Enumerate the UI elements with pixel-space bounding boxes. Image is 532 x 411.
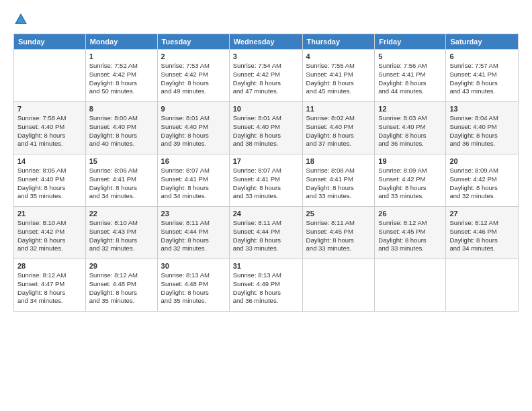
day-number: 8 — [89, 105, 154, 113]
day-number: 18 — [306, 157, 371, 165]
calendar-cell: 31Sunrise: 8:13 AM Sunset: 4:49 PM Dayli… — [229, 259, 302, 312]
day-info: Sunrise: 8:13 AM Sunset: 4:49 PM Dayligh… — [233, 271, 299, 306]
day-number: 29 — [89, 262, 154, 270]
day-info: Sunrise: 8:10 AM Sunset: 4:43 PM Dayligh… — [89, 219, 154, 253]
calendar-cell: 24Sunrise: 8:11 AM Sunset: 4:44 PM Dayli… — [229, 207, 302, 259]
calendar-cell: 17Sunrise: 8:07 AM Sunset: 4:41 PM Dayli… — [229, 154, 302, 207]
calendar-table: SundayMondayTuesdayWednesdayThursdayFrid… — [13, 34, 519, 312]
day-number: 1 — [89, 52, 154, 60]
day-info: Sunrise: 8:07 AM Sunset: 4:41 PM Dayligh… — [161, 167, 226, 201]
day-number: 24 — [233, 210, 299, 218]
day-number: 31 — [233, 262, 299, 270]
day-number: 23 — [161, 210, 226, 218]
calendar-cell: 15Sunrise: 8:06 AM Sunset: 4:41 PM Dayli… — [85, 154, 157, 207]
day-info: Sunrise: 8:07 AM Sunset: 4:41 PM Dayligh… — [233, 167, 299, 201]
day-info: Sunrise: 8:01 AM Sunset: 4:40 PM Dayligh… — [161, 114, 226, 148]
day-number: 20 — [449, 157, 515, 165]
calendar-cell — [302, 259, 375, 312]
calendar-cell: 18Sunrise: 8:08 AM Sunset: 4:41 PM Dayli… — [302, 154, 375, 207]
calendar-week-row: 1Sunrise: 7:52 AM Sunset: 4:42 PM Daylig… — [14, 50, 519, 102]
day-number: 2 — [161, 52, 226, 60]
day-info: Sunrise: 8:09 AM Sunset: 4:42 PM Dayligh… — [449, 167, 515, 201]
day-info: Sunrise: 7:53 AM Sunset: 4:42 PM Dayligh… — [161, 62, 226, 96]
calendar-cell: 28Sunrise: 8:12 AM Sunset: 4:47 PM Dayli… — [14, 259, 86, 312]
day-number: 4 — [306, 52, 371, 60]
day-info: Sunrise: 8:01 AM Sunset: 4:40 PM Dayligh… — [233, 114, 299, 148]
day-number: 12 — [378, 105, 442, 113]
calendar-cell — [375, 259, 446, 312]
calendar-cell: 10Sunrise: 8:01 AM Sunset: 4:40 PM Dayli… — [229, 102, 302, 154]
day-info: Sunrise: 8:10 AM Sunset: 4:42 PM Dayligh… — [17, 219, 82, 253]
day-number: 25 — [306, 210, 371, 218]
logo-icon — [13, 12, 28, 27]
day-number: 27 — [449, 210, 515, 218]
day-info: Sunrise: 7:57 AM Sunset: 4:41 PM Dayligh… — [449, 62, 515, 96]
calendar-header-saturday: Saturday — [446, 34, 519, 50]
day-info: Sunrise: 8:11 AM Sunset: 4:44 PM Dayligh… — [233, 219, 299, 253]
day-number: 3 — [233, 52, 299, 60]
calendar-header-tuesday: Tuesday — [157, 34, 229, 50]
day-info: Sunrise: 8:12 AM Sunset: 4:46 PM Dayligh… — [449, 219, 515, 253]
day-info: Sunrise: 8:13 AM Sunset: 4:48 PM Dayligh… — [161, 271, 226, 306]
day-info: Sunrise: 7:56 AM Sunset: 4:41 PM Dayligh… — [378, 62, 442, 96]
calendar-cell: 19Sunrise: 8:09 AM Sunset: 4:42 PM Dayli… — [375, 154, 446, 207]
calendar-week-row: 7Sunrise: 7:58 AM Sunset: 4:40 PM Daylig… — [14, 102, 519, 154]
calendar-cell: 2Sunrise: 7:53 AM Sunset: 4:42 PM Daylig… — [157, 50, 229, 102]
day-info: Sunrise: 8:09 AM Sunset: 4:42 PM Dayligh… — [378, 167, 442, 201]
day-number: 5 — [378, 52, 442, 60]
calendar-cell: 3Sunrise: 7:54 AM Sunset: 4:42 PM Daylig… — [229, 50, 302, 102]
calendar-cell: 6Sunrise: 7:57 AM Sunset: 4:41 PM Daylig… — [446, 50, 519, 102]
day-number: 15 — [89, 157, 154, 165]
day-number: 19 — [378, 157, 442, 165]
calendar-week-row: 21Sunrise: 8:10 AM Sunset: 4:42 PM Dayli… — [14, 207, 519, 259]
day-info: Sunrise: 8:12 AM Sunset: 4:48 PM Dayligh… — [89, 271, 154, 306]
day-number: 21 — [17, 210, 82, 218]
day-info: Sunrise: 8:05 AM Sunset: 4:40 PM Dayligh… — [17, 167, 82, 201]
calendar-cell: 27Sunrise: 8:12 AM Sunset: 4:46 PM Dayli… — [446, 207, 519, 259]
day-number: 22 — [89, 210, 154, 218]
day-number: 9 — [161, 105, 226, 113]
calendar-cell: 13Sunrise: 8:04 AM Sunset: 4:40 PM Dayli… — [446, 102, 519, 154]
calendar-cell — [446, 259, 519, 312]
day-number: 7 — [17, 105, 82, 113]
day-info: Sunrise: 8:00 AM Sunset: 4:40 PM Dayligh… — [89, 114, 154, 148]
day-info: Sunrise: 7:58 AM Sunset: 4:40 PM Dayligh… — [17, 114, 82, 148]
calendar-cell: 20Sunrise: 8:09 AM Sunset: 4:42 PM Dayli… — [446, 154, 519, 207]
page: SundayMondayTuesdayWednesdayThursdayFrid… — [0, 0, 532, 411]
calendar-header-friday: Friday — [375, 34, 446, 50]
day-number: 13 — [449, 105, 515, 113]
header — [13, 11, 519, 27]
calendar-cell: 16Sunrise: 8:07 AM Sunset: 4:41 PM Dayli… — [157, 154, 229, 207]
day-info: Sunrise: 8:12 AM Sunset: 4:45 PM Dayligh… — [378, 219, 442, 253]
day-info: Sunrise: 7:55 AM Sunset: 4:41 PM Dayligh… — [306, 62, 371, 96]
day-number: 14 — [17, 157, 82, 165]
calendar-cell: 26Sunrise: 8:12 AM Sunset: 4:45 PM Dayli… — [375, 207, 446, 259]
calendar-cell: 7Sunrise: 7:58 AM Sunset: 4:40 PM Daylig… — [14, 102, 86, 154]
calendar-header-wednesday: Wednesday — [229, 34, 302, 50]
calendar-cell: 21Sunrise: 8:10 AM Sunset: 4:42 PM Dayli… — [14, 207, 86, 259]
day-number: 26 — [378, 210, 442, 218]
day-info: Sunrise: 8:11 AM Sunset: 4:45 PM Dayligh… — [306, 219, 371, 253]
day-info: Sunrise: 8:03 AM Sunset: 4:40 PM Dayligh… — [378, 114, 442, 148]
calendar-cell: 14Sunrise: 8:05 AM Sunset: 4:40 PM Dayli… — [14, 154, 86, 207]
calendar-cell — [14, 50, 86, 102]
calendar-header-row: SundayMondayTuesdayWednesdayThursdayFrid… — [14, 34, 519, 50]
day-number: 6 — [449, 52, 515, 60]
day-number: 11 — [306, 105, 371, 113]
day-info: Sunrise: 7:54 AM Sunset: 4:42 PM Dayligh… — [233, 62, 299, 96]
calendar-header-thursday: Thursday — [302, 34, 375, 50]
day-info: Sunrise: 8:06 AM Sunset: 4:41 PM Dayligh… — [89, 167, 154, 201]
calendar-cell: 23Sunrise: 8:11 AM Sunset: 4:44 PM Dayli… — [157, 207, 229, 259]
day-info: Sunrise: 8:12 AM Sunset: 4:47 PM Dayligh… — [17, 271, 82, 306]
day-number: 10 — [233, 105, 299, 113]
day-number: 30 — [161, 262, 226, 270]
logo — [13, 11, 31, 27]
calendar-week-row: 14Sunrise: 8:05 AM Sunset: 4:40 PM Dayli… — [14, 154, 519, 207]
calendar-cell: 22Sunrise: 8:10 AM Sunset: 4:43 PM Dayli… — [85, 207, 157, 259]
day-info: Sunrise: 8:02 AM Sunset: 4:40 PM Dayligh… — [306, 114, 371, 148]
calendar-cell: 29Sunrise: 8:12 AM Sunset: 4:48 PM Dayli… — [85, 259, 157, 312]
calendar-cell: 4Sunrise: 7:55 AM Sunset: 4:41 PM Daylig… — [302, 50, 375, 102]
calendar-cell: 5Sunrise: 7:56 AM Sunset: 4:41 PM Daylig… — [375, 50, 446, 102]
calendar-header-sunday: Sunday — [14, 34, 86, 50]
calendar-cell: 11Sunrise: 8:02 AM Sunset: 4:40 PM Dayli… — [302, 102, 375, 154]
